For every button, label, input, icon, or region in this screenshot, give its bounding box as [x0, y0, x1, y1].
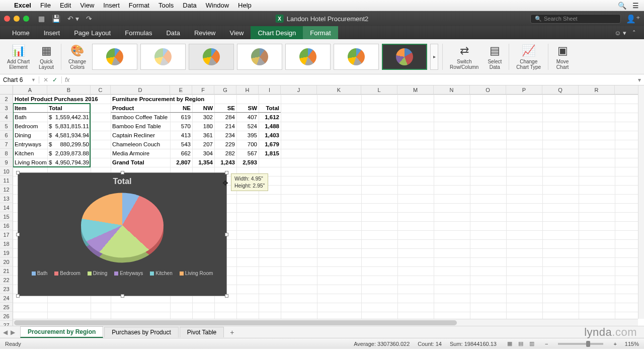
cell[interactable]: SE: [214, 104, 236, 113]
cell[interactable]: Media Armoire: [111, 149, 170, 158]
row-header-10[interactable]: 10: [0, 167, 13, 176]
row-header-24[interactable]: 24: [0, 294, 13, 303]
cell[interactable]: Dining: [13, 131, 47, 140]
close-window-button[interactable]: [4, 16, 10, 22]
menu-window[interactable]: Window: [206, 2, 229, 9]
column-header-G[interactable]: G: [214, 85, 236, 94]
menu-view[interactable]: View: [80, 2, 94, 9]
column-header-H[interactable]: H: [236, 85, 259, 94]
app-name[interactable]: Excel: [14, 2, 31, 9]
menu-hamburger-icon[interactable]: ☰: [632, 2, 639, 10]
tab-review[interactable]: Review: [187, 26, 223, 39]
column-header-R[interactable]: R: [579, 85, 615, 94]
column-header-L[interactable]: L: [361, 85, 397, 94]
quick-layout-button[interactable]: ▦ Quick Layout: [38, 43, 55, 71]
column-header-O[interactable]: O: [470, 85, 506, 94]
cell[interactable]: Product: [111, 104, 170, 113]
row-header-6[interactable]: 6: [0, 131, 13, 140]
tab-home[interactable]: Home: [5, 26, 37, 39]
cell[interactable]: NE: [170, 104, 192, 113]
row-header-26[interactable]: 26: [0, 312, 13, 321]
chart-style-6[interactable]: [334, 44, 379, 70]
resize-handle-n[interactable]: [121, 171, 124, 174]
cell[interactable]: 407: [236, 113, 259, 122]
resize-handle-se[interactable]: [225, 294, 228, 298]
cell[interactable]: 2,807: [170, 158, 192, 167]
cell[interactable]: Item: [13, 104, 47, 113]
cell[interactable]: Total: [259, 104, 281, 113]
view-page-layout-icon[interactable]: ▤: [516, 340, 526, 347]
cell[interactable]: Chameleon Couch: [111, 140, 170, 149]
cell[interactable]: 214: [214, 122, 236, 131]
cell[interactable]: 880,299.50: [47, 140, 91, 149]
row-header-13[interactable]: 13: [0, 194, 13, 203]
cell[interactable]: 395: [236, 131, 259, 140]
cell[interactable]: 361: [192, 131, 214, 140]
sheet-tab-1[interactable]: Purchases by Product: [104, 327, 178, 337]
row-header-20[interactable]: 20: [0, 257, 13, 266]
row-header-15[interactable]: 15: [0, 212, 13, 221]
account-icon[interactable]: ☺ ▾: [614, 29, 626, 37]
legend-item[interactable]: Entryways: [114, 270, 143, 276]
cell[interactable]: Kitchen: [13, 149, 47, 158]
qat-undo-icon[interactable]: ↶ ▾: [67, 15, 79, 23]
column-header-E[interactable]: E: [170, 85, 192, 94]
chart-title[interactable]: Total: [18, 173, 226, 190]
add-chart-element-button[interactable]: 📊 Add Chart Element: [6, 43, 31, 71]
row-header-21[interactable]: 21: [0, 266, 13, 276]
column-header-M[interactable]: M: [397, 85, 434, 94]
zoom-out-button[interactable]: −: [545, 341, 548, 347]
zoom-slider[interactable]: [558, 343, 603, 345]
share-button[interactable]: 👤⁺: [626, 14, 640, 24]
zoom-value[interactable]: 115%: [625, 341, 639, 347]
cell[interactable]: 662: [170, 149, 192, 158]
add-sheet-button[interactable]: +: [225, 328, 239, 336]
row-header-3[interactable]: 3: [0, 104, 13, 113]
switch-row-column-button[interactable]: ⇄ Switch Row/Column: [449, 43, 479, 71]
chart-style-3[interactable]: [189, 44, 234, 70]
vertical-scrollbar[interactable]: [638, 85, 644, 319]
row-header-22[interactable]: 22: [0, 276, 13, 285]
menu-edit[interactable]: Edit: [60, 2, 71, 9]
cell[interactable]: 1,559,442.31: [47, 113, 91, 122]
cell[interactable]: 2,039,873.88: [47, 149, 91, 158]
menu-help[interactable]: Help: [238, 2, 252, 9]
menu-data[interactable]: Data: [183, 2, 196, 9]
column-headers[interactable]: ABCDEFGHIJKLMNOPQR: [13, 85, 638, 95]
cell[interactable]: 1,243: [214, 158, 236, 167]
expand-formula-bar-icon[interactable]: ▾: [635, 76, 644, 83]
chart-style-4[interactable]: [237, 44, 282, 70]
worksheet-grid[interactable]: ABCDEFGHIJKLMNOPQR 234567891011121314151…: [0, 85, 644, 326]
chart-legend[interactable]: BathBedroomDiningEntrywaysKitchenLiving …: [18, 265, 226, 279]
cell[interactable]: 304: [192, 149, 214, 158]
column-header-I[interactable]: I: [259, 85, 281, 94]
tab-data[interactable]: Data: [159, 26, 187, 39]
view-normal-icon[interactable]: ▦: [505, 340, 515, 347]
cell[interactable]: 413: [170, 131, 192, 140]
search-sheet-input[interactable]: 🔍 Search Sheet: [530, 14, 621, 24]
cell[interactable]: 619: [170, 113, 192, 122]
cell[interactable]: Bedroom: [13, 122, 47, 131]
column-header-N[interactable]: N: [434, 85, 470, 94]
cell[interactable]: Grand Total: [111, 158, 170, 167]
change-chart-type-button[interactable]: 📈 Change Chart Type: [515, 43, 542, 71]
cell[interactable]: NW: [192, 104, 214, 113]
legend-item[interactable]: Bedroom: [54, 270, 80, 276]
collapse-ribbon-icon[interactable]: ˄: [632, 29, 636, 37]
cell[interactable]: 284: [214, 113, 236, 122]
legend-item[interactable]: Kitchen: [150, 270, 172, 276]
column-header-C[interactable]: C: [91, 85, 111, 94]
chart-style-2[interactable]: [140, 44, 186, 70]
select-all-corner[interactable]: [0, 85, 13, 95]
cell[interactable]: Bath: [13, 113, 47, 122]
cell[interactable]: 1,403: [259, 131, 281, 140]
search-icon[interactable]: 🔍: [618, 2, 626, 10]
move-chart-button[interactable]: ▣ Move Chart: [554, 43, 571, 71]
column-header-J[interactable]: J: [281, 85, 317, 94]
cancel-formula-icon[interactable]: ✕: [43, 76, 48, 83]
accept-formula-icon[interactable]: ✓: [52, 76, 57, 83]
cell[interactable]: Furniture Procurement by Region: [111, 95, 259, 104]
legend-item[interactable]: Dining: [88, 270, 107, 276]
resize-handle-nw[interactable]: [16, 171, 20, 174]
row-header-11[interactable]: 11: [0, 176, 13, 185]
